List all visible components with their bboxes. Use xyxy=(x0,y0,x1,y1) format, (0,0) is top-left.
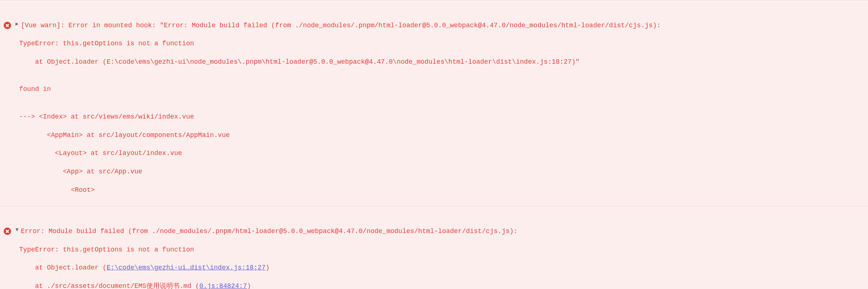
error-line: <AppMain> at src/layout/components/AppMa… xyxy=(4,131,864,140)
error-headline: [Vue warn]: Error in mounted hook: "Erro… xyxy=(21,21,660,30)
error-line: <App> at src/App.vue xyxy=(4,167,864,176)
error-line: TypeError: this.getOptions is not a func… xyxy=(4,245,864,254)
disclosure-triangle-icon[interactable]: ▼ xyxy=(15,226,18,233)
error-line: <Root> xyxy=(4,186,864,195)
error-line: found in xyxy=(4,85,864,94)
error-line: TypeError: this.getOptions is not a func… xyxy=(4,39,864,48)
console-error-message: ▼ Error: Module build failed (from ./nod… xyxy=(0,206,868,289)
error-icon xyxy=(4,22,11,29)
source-link[interactable]: 0.js:84824:7 xyxy=(199,282,247,289)
error-icon xyxy=(4,228,11,235)
stack-frame: at Object.loader (E:\code\ems\gezhi-ui…d… xyxy=(4,263,864,272)
disclosure-triangle-icon[interactable]: ▶ xyxy=(15,21,18,28)
error-line: ---> <Index> at src/views/ems/wiki/index… xyxy=(4,112,864,121)
error-line: at Object.loader (E:\code\ems\gezhi-ui\n… xyxy=(4,57,864,67)
error-line: <Layout> at src/layout/index.vue xyxy=(4,149,864,158)
source-link[interactable]: E:\code\ems\gezhi-ui…dist\index.js:18:27 xyxy=(107,264,266,271)
stack-frame: at ./src/assets/document/EMS使用说明书.md (0.… xyxy=(4,282,864,289)
error-headline: Error: Module build failed (from ./node_… xyxy=(21,227,517,236)
console-error-message: ▶ [Vue warn]: Error in mounted hook: "Er… xyxy=(0,0,868,206)
